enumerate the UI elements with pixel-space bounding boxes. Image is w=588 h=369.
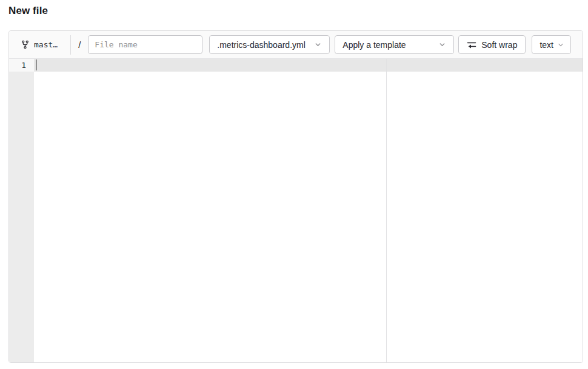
branch-indicator: mast… bbox=[21, 40, 58, 49]
template-dropdown-value: Apply a template bbox=[342, 40, 406, 50]
line-number: 1 bbox=[9, 59, 34, 72]
soft-wrap-icon bbox=[467, 40, 476, 50]
column-ruler bbox=[386, 59, 387, 362]
code-editor: 1 bbox=[9, 59, 583, 362]
file-name-input[interactable] bbox=[88, 35, 202, 54]
file-toolbar: mast… / .metrics-dashboard.yml Apply a t… bbox=[9, 31, 583, 59]
file-type-dropdown-value: .metrics-dashboard.yml bbox=[217, 40, 306, 50]
chevron-down-icon bbox=[314, 41, 322, 49]
page-title: New file bbox=[8, 5, 48, 17]
path-separator: / bbox=[78, 39, 81, 50]
code-input-area[interactable] bbox=[34, 59, 583, 362]
toolbar-divider bbox=[70, 35, 71, 55]
soft-wrap-button[interactable]: Soft wrap bbox=[458, 35, 526, 54]
branch-name-label: mast… bbox=[34, 40, 58, 49]
file-type-dropdown[interactable]: .metrics-dashboard.yml bbox=[209, 35, 330, 54]
toolbar-right-group: Soft wrap text bbox=[458, 35, 571, 54]
text-cursor bbox=[36, 59, 37, 70]
soft-wrap-label: Soft wrap bbox=[481, 40, 517, 50]
chevron-down-icon bbox=[438, 41, 446, 49]
new-file-editor-panel: mast… / .metrics-dashboard.yml Apply a t… bbox=[8, 30, 583, 363]
line-number-gutter: 1 bbox=[9, 59, 34, 362]
branch-icon bbox=[21, 40, 30, 49]
template-dropdown[interactable]: Apply a template bbox=[335, 35, 454, 54]
syntax-mode-dropdown[interactable]: text bbox=[532, 35, 571, 54]
chevron-down-icon bbox=[557, 41, 564, 49]
syntax-mode-value: text bbox=[540, 40, 553, 50]
